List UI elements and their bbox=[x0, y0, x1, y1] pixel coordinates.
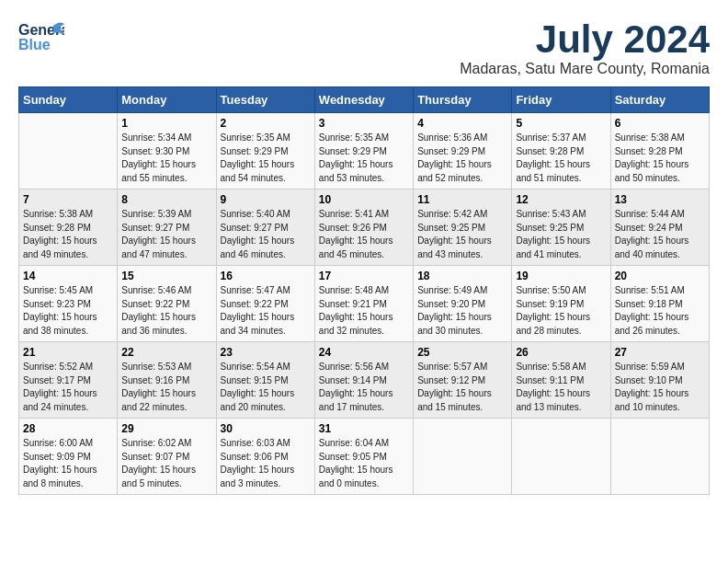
day-header: Wednesday bbox=[314, 87, 413, 113]
calendar-cell: 29Sunrise: 6:02 AM Sunset: 9:07 PM Dayli… bbox=[118, 419, 216, 495]
day-info: Sunrise: 6:02 AM Sunset: 9:07 PM Dayligh… bbox=[121, 437, 211, 490]
calendar-cell: 22Sunrise: 5:53 AM Sunset: 9:16 PM Dayli… bbox=[118, 342, 216, 419]
calendar-cell: 13Sunrise: 5:44 AM Sunset: 9:24 PM Dayli… bbox=[610, 190, 709, 266]
calendar-cell: 18Sunrise: 5:49 AM Sunset: 9:20 PM Dayli… bbox=[414, 266, 512, 342]
calendar-cell bbox=[414, 419, 512, 495]
day-info: Sunrise: 5:57 AM Sunset: 9:12 PM Dayligh… bbox=[417, 361, 507, 414]
calendar-cell: 25Sunrise: 5:57 AM Sunset: 9:12 PM Dayli… bbox=[414, 342, 512, 419]
day-info: Sunrise: 5:38 AM Sunset: 9:28 PM Dayligh… bbox=[23, 208, 113, 261]
day-info: Sunrise: 5:40 AM Sunset: 9:27 PM Dayligh… bbox=[221, 208, 311, 261]
day-info: Sunrise: 5:59 AM Sunset: 9:10 PM Dayligh… bbox=[615, 361, 705, 414]
day-info: Sunrise: 5:56 AM Sunset: 9:14 PM Dayligh… bbox=[319, 361, 409, 414]
day-info: Sunrise: 5:46 AM Sunset: 9:22 PM Dayligh… bbox=[121, 284, 211, 338]
calendar-cell: 19Sunrise: 5:50 AM Sunset: 9:19 PM Dayli… bbox=[512, 266, 610, 342]
calendar-cell: 5Sunrise: 5:37 AM Sunset: 9:28 PM Daylig… bbox=[512, 113, 610, 190]
calendar-cell: 9Sunrise: 5:40 AM Sunset: 9:27 PM Daylig… bbox=[216, 190, 314, 266]
day-header: Thursday bbox=[414, 87, 512, 113]
main-title: July 2024 bbox=[460, 18, 710, 61]
day-info: Sunrise: 5:47 AM Sunset: 9:22 PM Dayligh… bbox=[221, 284, 311, 338]
day-info: Sunrise: 5:58 AM Sunset: 9:11 PM Dayligh… bbox=[516, 361, 606, 414]
calendar-cell: 3Sunrise: 5:35 AM Sunset: 9:29 PM Daylig… bbox=[314, 113, 413, 190]
day-number: 18 bbox=[417, 270, 507, 282]
day-header: Monday bbox=[118, 87, 216, 113]
day-number: 26 bbox=[516, 346, 606, 359]
header-row: SundayMondayTuesdayWednesdayThursdayFrid… bbox=[19, 87, 710, 113]
day-info: Sunrise: 5:43 AM Sunset: 9:25 PM Dayligh… bbox=[516, 208, 606, 261]
day-number: 5 bbox=[516, 117, 606, 130]
calendar-cell: 20Sunrise: 5:51 AM Sunset: 9:18 PM Dayli… bbox=[610, 266, 709, 342]
day-info: Sunrise: 5:39 AM Sunset: 9:27 PM Dayligh… bbox=[121, 208, 211, 261]
day-number: 20 bbox=[615, 270, 705, 282]
day-number: 17 bbox=[319, 270, 409, 282]
day-info: Sunrise: 5:45 AM Sunset: 9:23 PM Dayligh… bbox=[23, 284, 113, 338]
day-info: Sunrise: 6:03 AM Sunset: 9:06 PM Dayligh… bbox=[221, 437, 311, 490]
day-header: Saturday bbox=[610, 87, 709, 113]
day-number: 1 bbox=[121, 117, 211, 130]
day-number: 4 bbox=[417, 117, 507, 130]
calendar-cell: 17Sunrise: 5:48 AM Sunset: 9:21 PM Dayli… bbox=[314, 266, 413, 342]
day-number: 9 bbox=[221, 193, 311, 206]
day-number: 24 bbox=[319, 346, 409, 359]
day-number: 11 bbox=[417, 193, 507, 206]
day-number: 19 bbox=[516, 270, 606, 282]
day-info: Sunrise: 5:35 AM Sunset: 9:29 PM Dayligh… bbox=[221, 132, 311, 185]
day-info: Sunrise: 6:00 AM Sunset: 9:09 PM Dayligh… bbox=[23, 437, 113, 490]
day-info: Sunrise: 5:37 AM Sunset: 9:28 PM Dayligh… bbox=[516, 132, 606, 185]
calendar-cell: 16Sunrise: 5:47 AM Sunset: 9:22 PM Dayli… bbox=[216, 266, 314, 342]
day-info: Sunrise: 5:38 AM Sunset: 9:28 PM Dayligh… bbox=[615, 132, 705, 185]
title-area: July 2024 Madaras, Satu Mare County, Rom… bbox=[460, 18, 710, 77]
day-info: Sunrise: 5:44 AM Sunset: 9:24 PM Dayligh… bbox=[615, 208, 705, 261]
calendar-cell: 2Sunrise: 5:35 AM Sunset: 9:29 PM Daylig… bbox=[216, 113, 314, 190]
calendar-cell: 27Sunrise: 5:59 AM Sunset: 9:10 PM Dayli… bbox=[610, 342, 709, 419]
day-number: 14 bbox=[23, 270, 113, 282]
calendar-cell: 14Sunrise: 5:45 AM Sunset: 9:23 PM Dayli… bbox=[19, 266, 118, 342]
calendar-cell: 26Sunrise: 5:58 AM Sunset: 9:11 PM Dayli… bbox=[512, 342, 610, 419]
calendar-week-row: 28Sunrise: 6:00 AM Sunset: 9:09 PM Dayli… bbox=[19, 419, 710, 495]
day-info: Sunrise: 5:48 AM Sunset: 9:21 PM Dayligh… bbox=[319, 284, 409, 338]
day-number: 31 bbox=[319, 422, 409, 435]
day-header: Tuesday bbox=[216, 87, 314, 113]
day-number: 8 bbox=[121, 193, 211, 206]
calendar-cell: 15Sunrise: 5:46 AM Sunset: 9:22 PM Dayli… bbox=[118, 266, 216, 342]
header: General Blue July 2024 Madaras, Satu Mar… bbox=[18, 18, 710, 77]
day-number: 10 bbox=[319, 193, 409, 206]
day-number: 15 bbox=[121, 270, 211, 282]
day-info: Sunrise: 5:35 AM Sunset: 9:29 PM Dayligh… bbox=[319, 132, 409, 185]
calendar-week-row: 7Sunrise: 5:38 AM Sunset: 9:28 PM Daylig… bbox=[19, 190, 710, 266]
day-header: Friday bbox=[512, 87, 610, 113]
day-number: 6 bbox=[615, 117, 705, 130]
day-number: 30 bbox=[221, 422, 311, 435]
calendar-cell: 21Sunrise: 5:52 AM Sunset: 9:17 PM Dayli… bbox=[19, 342, 118, 419]
svg-text:Blue: Blue bbox=[18, 37, 51, 52]
day-number: 13 bbox=[615, 193, 705, 206]
day-number: 25 bbox=[417, 346, 507, 359]
day-number: 16 bbox=[221, 270, 311, 282]
calendar-cell: 24Sunrise: 5:56 AM Sunset: 9:14 PM Dayli… bbox=[314, 342, 413, 419]
day-number: 22 bbox=[121, 346, 211, 359]
day-info: Sunrise: 5:36 AM Sunset: 9:29 PM Dayligh… bbox=[417, 132, 507, 185]
day-number: 21 bbox=[23, 346, 113, 359]
day-number: 28 bbox=[23, 422, 113, 435]
day-info: Sunrise: 6:04 AM Sunset: 9:05 PM Dayligh… bbox=[319, 437, 409, 490]
day-number: 29 bbox=[121, 422, 211, 435]
calendar-table: SundayMondayTuesdayWednesdayThursdayFrid… bbox=[18, 86, 710, 495]
calendar-week-row: 14Sunrise: 5:45 AM Sunset: 9:23 PM Dayli… bbox=[19, 266, 710, 342]
calendar-cell: 8Sunrise: 5:39 AM Sunset: 9:27 PM Daylig… bbox=[118, 190, 216, 266]
day-number: 23 bbox=[221, 346, 311, 359]
calendar-cell bbox=[512, 419, 610, 495]
calendar-cell: 7Sunrise: 5:38 AM Sunset: 9:28 PM Daylig… bbox=[19, 190, 118, 266]
calendar-cell: 10Sunrise: 5:41 AM Sunset: 9:26 PM Dayli… bbox=[314, 190, 413, 266]
calendar-cell: 4Sunrise: 5:36 AM Sunset: 9:29 PM Daylig… bbox=[414, 113, 512, 190]
day-header: Sunday bbox=[19, 87, 118, 113]
calendar-week-row: 1Sunrise: 5:34 AM Sunset: 9:30 PM Daylig… bbox=[19, 113, 710, 190]
day-info: Sunrise: 5:49 AM Sunset: 9:20 PM Dayligh… bbox=[417, 284, 507, 338]
logo: General Blue bbox=[18, 18, 64, 55]
day-number: 12 bbox=[516, 193, 606, 206]
calendar-cell: 28Sunrise: 6:00 AM Sunset: 9:09 PM Dayli… bbox=[19, 419, 118, 495]
day-info: Sunrise: 5:51 AM Sunset: 9:18 PM Dayligh… bbox=[615, 284, 705, 338]
day-info: Sunrise: 5:54 AM Sunset: 9:15 PM Dayligh… bbox=[221, 361, 311, 414]
day-info: Sunrise: 5:41 AM Sunset: 9:26 PM Dayligh… bbox=[319, 208, 409, 261]
calendar-week-row: 21Sunrise: 5:52 AM Sunset: 9:17 PM Dayli… bbox=[19, 342, 710, 419]
calendar-cell: 30Sunrise: 6:03 AM Sunset: 9:06 PM Dayli… bbox=[216, 419, 314, 495]
calendar-cell: 11Sunrise: 5:42 AM Sunset: 9:25 PM Dayli… bbox=[414, 190, 512, 266]
